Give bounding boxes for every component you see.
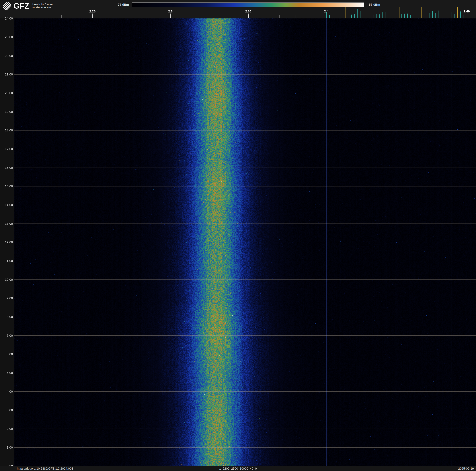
- time-axis-label: 13:00: [5, 222, 13, 225]
- doi-text: https://doi.org/10.5880/GFZ.1.2.2024.003: [17, 467, 73, 471]
- time-axis-label: 5:00: [7, 371, 13, 375]
- time-axis: 24:0023:0022:0021:0020:0019:0018:0017:00…: [0, 18, 15, 466]
- time-axis-label: 12:00: [5, 240, 13, 244]
- time-axis-label: 23:00: [5, 35, 13, 39]
- time-axis-label: 8:00: [7, 315, 13, 319]
- time-axis-label: 1:00: [7, 446, 13, 449]
- time-axis-label: 11:00: [5, 259, 13, 263]
- time-axis-label: 4:00: [7, 390, 13, 393]
- spectrogram-canvas: [15, 18, 476, 466]
- time-axis-label: 21:00: [5, 72, 13, 76]
- footer-bar: https://doi.org/10.5880/GFZ.1.2.2024.003…: [0, 466, 476, 471]
- date-text: 2025-02-19: [458, 467, 474, 471]
- time-axis-label: 14:00: [5, 203, 13, 207]
- frequency-axis-ticks: [0, 0, 476, 18]
- header-bar: GFZ Helmholtz Centre for Geosciences -75…: [0, 0, 476, 18]
- time-axis-label: 20:00: [5, 91, 13, 95]
- time-axis-label: 6:00: [7, 352, 13, 356]
- dataset-id-text: 1_2200_2500_10000_40_0: [219, 467, 257, 471]
- time-axis-label: 18:00: [5, 128, 13, 132]
- time-axis-label: 19:00: [5, 110, 13, 114]
- time-axis-label: 2:00: [7, 427, 13, 431]
- time-axis-label: 10:00: [5, 278, 13, 281]
- time-axis-label: 7:00: [7, 334, 13, 337]
- time-axis-label: 17:00: [5, 147, 13, 151]
- time-axis-label: 22:00: [5, 54, 13, 58]
- time-axis-label: 9:00: [7, 296, 13, 300]
- time-axis-label: 24:00: [5, 17, 13, 20]
- time-axis-label: 3:00: [7, 408, 13, 412]
- time-axis-label: 15:00: [5, 184, 13, 188]
- time-axis-label: 16:00: [5, 166, 13, 170]
